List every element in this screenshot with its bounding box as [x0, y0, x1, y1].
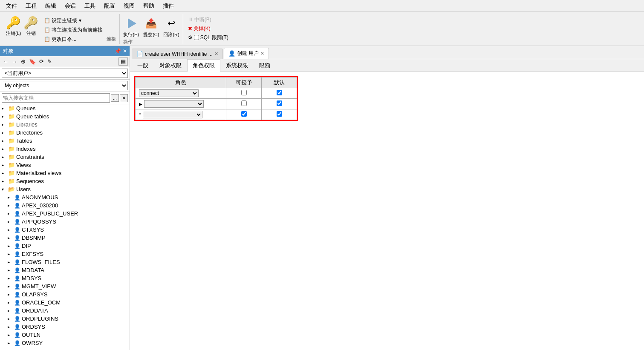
grantable-checkbox[interactable] — [241, 111, 247, 117]
tree-item[interactable]: ▸📁Constraints — [0, 153, 130, 161]
tree-item[interactable]: ▸👤FLOWS_FILES — [0, 258, 130, 266]
tree-item[interactable]: ▸👤ANONYMOUS — [0, 193, 130, 201]
tree-item-label: APPQOSSYS — [22, 218, 56, 225]
expand-arrow-icon: ▸ — [8, 203, 13, 208]
content-tab-系统权限[interactable]: 系统权限 — [220, 59, 254, 72]
role-select[interactable]: connect — [139, 89, 199, 97]
sql-trace-checkbox[interactable] — [194, 35, 199, 40]
tree-item-label: EXFSYS — [22, 251, 43, 257]
panel-close-icon[interactable]: ✕ — [123, 48, 127, 54]
sql-trace-btn[interactable]: ⚙ SQL 跟踪(T) — [187, 34, 230, 42]
tree-item[interactable]: ▸📁Libraries — [0, 120, 130, 129]
menu-view[interactable]: 视图 — [119, 0, 139, 11]
tree-item[interactable]: ▸📁Materialized views — [0, 169, 130, 177]
tree-item[interactable]: ▸👤OWRSY — [0, 339, 130, 347]
content-tab-角色权限[interactable]: 角色权限 — [187, 59, 220, 72]
menu-session[interactable]: 会话 — [61, 0, 80, 11]
tree-item[interactable]: ▸👤OLAPSYS — [0, 290, 130, 298]
role-cell[interactable]: * — [136, 109, 226, 120]
change-password-btn[interactable]: 📋 更改口令... — [43, 35, 104, 43]
role-select[interactable] — [143, 111, 202, 118]
tree-item[interactable]: ▾📂Users — [0, 185, 130, 193]
tab-tab1[interactable]: 📄create user WHHH identifie ...✕ — [132, 49, 223, 59]
folder-icon: 📁 — [8, 170, 15, 176]
default-checkbox[interactable] — [277, 90, 282, 95]
tree-item[interactable]: ▸📁Views — [0, 161, 130, 169]
tree-item[interactable]: ▸👤OUTLN — [0, 331, 130, 339]
panel-pin-icon[interactable]: 📌 — [115, 48, 121, 54]
set-current-btn[interactable]: 📋 将主连接设为当前连接 — [43, 26, 104, 34]
default-checkbox[interactable] — [277, 100, 282, 106]
tree-item[interactable]: ▸👤ORDPLUGINS — [0, 315, 130, 323]
operations-group-label: 操作 — [123, 39, 133, 45]
tab-tab2[interactable]: 👤创建 用户✕ — [224, 48, 269, 59]
tree-item[interactable]: ▸👤ORACLE_OCM — [0, 298, 130, 307]
commit-label[interactable]: 提交(C) — [143, 32, 159, 38]
set-main-link-btn[interactable]: 📋 设定主链接 ▾ — [43, 17, 104, 25]
login-label[interactable]: 注销(L) — [6, 30, 21, 37]
objects-dropdown[interactable]: My objects — [2, 81, 128, 90]
user-icon: 👤 — [14, 300, 20, 306]
menu-project[interactable]: 工程 — [21, 0, 41, 11]
search-input[interactable] — [2, 93, 110, 103]
interrupt-btn[interactable]: ⏸ 中断(B) — [187, 16, 213, 24]
clear-search-btn[interactable]: ✕ — [120, 94, 128, 102]
tree-item[interactable]: ▸📁Queue tables — [0, 112, 130, 120]
nav-forward-btn[interactable]: → — [11, 58, 19, 65]
content-tab-对象权限[interactable]: 对象权限 — [154, 59, 187, 72]
menu-tools[interactable]: 工具 — [80, 0, 100, 11]
role-cell[interactable]: ▶ — [136, 99, 226, 109]
edit-btn[interactable]: ✎ — [46, 58, 53, 65]
tree-item[interactable]: ▸📁Indexes — [0, 145, 130, 153]
panel-options-btn[interactable]: ▤ — [118, 57, 128, 66]
expand-arrow-icon: ▸ — [8, 244, 13, 248]
user-icon: 👤 — [14, 308, 20, 314]
menu-file[interactable]: 文件 — [2, 0, 21, 11]
tree-item[interactable]: ▸👤CTXSYS — [0, 226, 130, 234]
tree-item[interactable]: ▸📁Queues — [0, 104, 130, 112]
grantable-checkbox[interactable] — [241, 90, 247, 95]
role-table-wrapper: 角色 可授予 默认 connect▶* — [134, 76, 298, 121]
close-btn[interactable]: ✖ 关掉(K) — [187, 25, 212, 33]
search-button[interactable]: ... — [111, 94, 119, 102]
tab-close-btn[interactable]: ✕ — [260, 51, 264, 56]
refresh-btn[interactable]: ⟳ — [38, 58, 45, 65]
tree-item[interactable]: ▸📁Sequences — [0, 177, 130, 185]
content-tab-限额[interactable]: 限额 — [254, 59, 276, 72]
add-btn[interactable]: ⊕ — [20, 58, 27, 65]
nav-back-btn[interactable]: ← — [2, 58, 10, 65]
logout-label[interactable]: 注销 — [26, 30, 36, 37]
tab-close-btn[interactable]: ✕ — [214, 51, 218, 57]
expand-arrow-icon: ▸ — [2, 106, 7, 111]
role-select[interactable] — [144, 100, 204, 108]
tree-item[interactable]: ▸📁Directories — [0, 129, 130, 137]
tree-item[interactable]: ▸👤APEX_PUBLIC_USER — [0, 209, 130, 218]
tree-item[interactable]: ▸👤MDSYS — [0, 274, 130, 282]
execute-label[interactable]: 执行(E) — [123, 32, 139, 38]
expand-arrow-icon: ▸ — [2, 130, 7, 135]
menu-edit[interactable]: 编辑 — [41, 0, 61, 11]
menu-config[interactable]: 配置 — [100, 0, 119, 11]
rollback-label[interactable]: 回滚(R) — [163, 32, 179, 38]
tree-item[interactable]: ▸👤APPQOSSYS — [0, 218, 130, 226]
tree-item[interactable]: ▸👤DBSNMP — [0, 234, 130, 242]
user-icon: 👤 — [14, 340, 20, 346]
tree-item[interactable]: ▸👤MGMT_VIEW — [0, 282, 130, 290]
user-dropdown[interactable]: <当前用户> — [2, 69, 128, 78]
grantable-checkbox[interactable] — [241, 100, 247, 106]
expand-arrow-icon: ▸ — [8, 195, 13, 200]
tree-item-label: DIP — [22, 243, 31, 249]
tree-item[interactable]: ▸👤APEX_030200 — [0, 201, 130, 209]
tab-label: create user WHHH identifie ... — [145, 51, 213, 57]
tree-item[interactable]: ▸👤DIP — [0, 242, 130, 250]
tree-item[interactable]: ▸👤MDDATA — [0, 266, 130, 274]
tree-item[interactable]: ▸👤ORDSYS — [0, 323, 130, 331]
tree-item[interactable]: ▸👤ORDDATA — [0, 307, 130, 315]
tree-item[interactable]: ▸👤EXFSYS — [0, 250, 130, 258]
content-tab-一般[interactable]: 一般 — [132, 59, 154, 72]
menu-plugin[interactable]: 插件 — [159, 0, 178, 11]
tree-item[interactable]: ▸📁Tables — [0, 137, 130, 145]
bookmark-btn[interactable]: 🔖 — [28, 58, 37, 65]
menu-help[interactable]: 帮助 — [139, 0, 159, 11]
default-checkbox[interactable] — [277, 111, 282, 117]
